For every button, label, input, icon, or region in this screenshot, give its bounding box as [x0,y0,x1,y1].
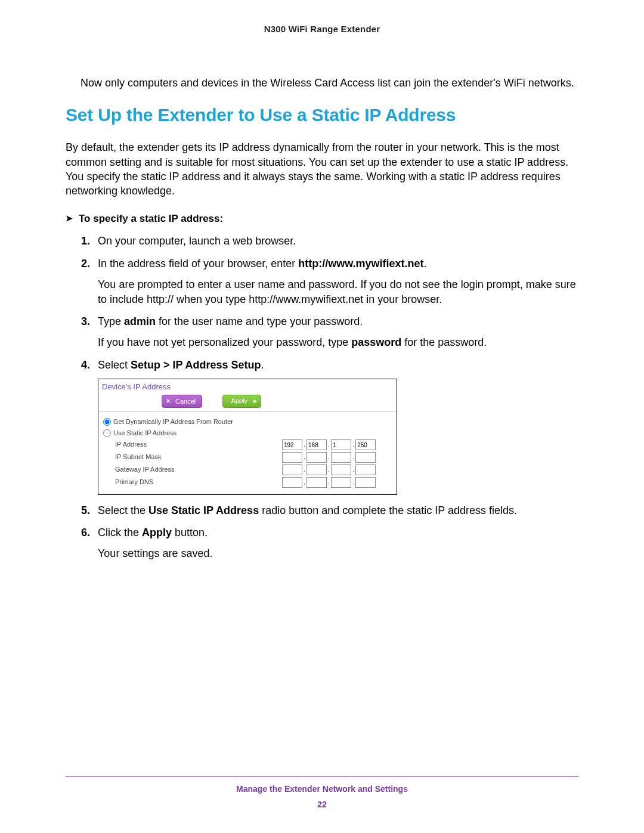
step-4-path: Setup > IP Address Setup [131,359,261,371]
ip-octet-3[interactable] [331,439,351,450]
gateway-octet-1[interactable] [282,465,302,475]
step-3-text-a: Type [98,315,124,327]
ip-octet-2[interactable] [306,439,327,450]
dns-octet-3[interactable] [331,477,351,488]
step-3-note-a: If you have not yet personalized your pa… [98,336,351,348]
step-2-text-a: In the address field of your browser, en… [98,258,298,270]
step-5-text-c: radio button and complete the static IP … [259,504,517,516]
procedure-title-text: To specify a static IP address: [79,213,223,224]
step-1-text: On your computer, launch a web browser. [98,235,296,247]
triangle-right-icon: ▶ [253,398,257,404]
step-6-bold: Apply [142,527,172,538]
dialog-button-bar: ✕ Cancel Apply ▶ [98,394,397,412]
row-subnet: IP Subnet Mask . . . [115,452,392,463]
subnet-octet-2[interactable] [306,452,327,463]
step-3-admin: admin [124,315,156,327]
subnet-octet-4[interactable] [355,452,376,463]
step-3-note: If you have not yet personalized your pa… [98,335,578,350]
close-icon: ✕ [166,397,171,405]
dns-octet-1[interactable] [282,477,302,488]
step-6-text-a: Click the [98,527,142,538]
step-6-note: Your settings are saved. [98,546,578,561]
cancel-button[interactable]: ✕ Cancel [162,395,202,408]
step-4-text-a: Select [98,359,131,371]
radio-dynamic-label: Get Dynamically IP Address From Router [113,417,233,426]
footer-chapter: Manage the Extender Network and Settings [66,784,578,794]
label-dns: Primary DNS [115,478,282,487]
dialog-title: Device's IP Address [98,379,397,394]
step-5: Select the Use Static IP Address radio b… [81,503,578,518]
ip-address-dialog: Device's IP Address ✕ Cancel Apply ▶ Get… [98,379,397,495]
radio-static-ip[interactable] [103,429,111,437]
step-4-text-c: . [261,359,264,371]
apply-label: Apply [231,397,248,405]
step-2-note: You are prompted to enter a user name an… [98,277,578,307]
ip-octet-4[interactable] [355,439,376,450]
section-heading-static-ip: Set Up the Extender to Use a Static IP A… [66,105,578,125]
step-5-bold: Use Static IP Address [148,504,259,516]
apply-button[interactable]: Apply ▶ [222,395,262,408]
page-footer: Manage the Extender Network and Settings… [66,776,578,809]
step-2-url: http://www.mywifiext.net [298,258,423,270]
gateway-octet-2[interactable] [306,465,327,475]
section-body: By default, the extender gets its IP add… [66,140,578,198]
ip-octet-1[interactable] [282,439,302,450]
step-4: Select Setup > IP Address Setup. Device'… [81,358,578,495]
row-dns: Primary DNS . . . [115,477,392,488]
label-ip-address: IP Address [115,440,282,449]
dns-octet-4[interactable] [355,477,376,488]
page-header-product: N300 WiFi Range Extender [66,24,578,34]
procedure-title: ➤To specify a static IP address: [66,213,578,225]
intro-paragraph: Now only computers and devices in the Wi… [80,76,578,90]
cancel-label: Cancel [175,397,196,406]
step-3: Type admin for the user name and type yo… [81,314,578,350]
label-gateway: Gateway IP Address [115,465,282,474]
step-3-password: password [351,336,401,348]
gateway-octet-3[interactable] [331,465,351,475]
radio-dynamic-ip[interactable] [103,418,111,426]
subnet-octet-1[interactable] [282,452,302,463]
step-5-text-a: Select the [98,504,148,516]
radio-static-label: Use Static IP Address [113,429,177,438]
dns-octet-2[interactable] [306,477,327,488]
step-2-text-c: . [424,258,427,270]
step-2: In the address field of your browser, en… [81,256,578,308]
step-3-note-c: for the password. [401,336,487,348]
row-gateway: Gateway IP Address . . . [115,465,392,475]
footer-page-number: 22 [66,800,578,809]
step-6-text-c: button. [172,527,208,538]
step-3-text-c: for the user name and type your password… [156,315,363,327]
step-1: On your computer, launch a web browser. [81,234,578,249]
subnet-octet-3[interactable] [331,452,351,463]
step-6: Click the Apply button. Your settings ar… [81,525,578,561]
row-ip-address: IP Address . . . [115,439,392,450]
label-subnet: IP Subnet Mask [115,453,282,462]
gateway-octet-4[interactable] [355,465,376,475]
triangle-right-icon: ➤ [66,213,73,223]
